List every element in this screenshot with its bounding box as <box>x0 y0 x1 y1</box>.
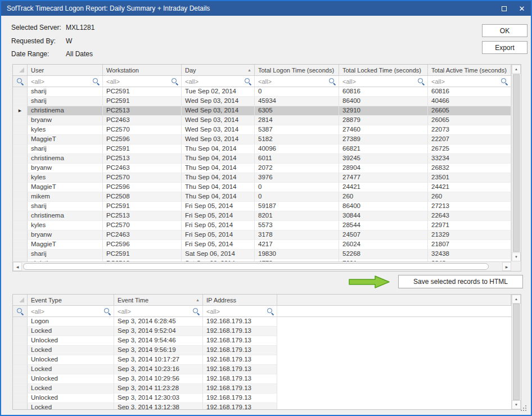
column-header-total-active[interactable]: Total Active Time (seconds) <box>428 65 511 76</box>
cell: 192.168.179.13 <box>203 317 277 327</box>
row-indicator <box>13 173 28 183</box>
column-header-total-locked[interactable]: Total Locked Time (seconds) <box>339 65 428 76</box>
cell: Sep 3, 2014 13:12:38 <box>114 403 203 409</box>
scroll-right-button[interactable]: ▶ <box>502 262 511 271</box>
cell: 6011 <box>255 154 339 164</box>
scroll-up-button[interactable]: ▲ <box>512 295 521 304</box>
table-row[interactable]: LockedSep 3, 2014 9:52:04192.168.179.13 <box>13 327 511 336</box>
column-header-day[interactable]: Day▲ <box>182 65 255 76</box>
corner-header-cell[interactable] <box>13 295 28 306</box>
cell: Thu Sep 04, 2014 <box>182 173 255 183</box>
column-header-ip-address[interactable]: IP Address <box>203 295 277 306</box>
scroll-left-button[interactable]: ◀ <box>13 262 22 271</box>
vertical-scrollbar[interactable]: ▲ ▼ <box>511 295 521 409</box>
sort-ascending-icon: ▲ <box>196 298 201 302</box>
cell: Locked <box>28 327 114 336</box>
cell: 60816 <box>339 87 428 97</box>
cell: 192.168.179.13 <box>203 384 277 394</box>
scroll-down-button[interactable]: ▼ <box>512 252 521 261</box>
column-header-user[interactable]: User <box>28 65 103 76</box>
scrollbar-thumb[interactable] <box>23 263 489 270</box>
green-callout-arrow-icon <box>349 275 390 289</box>
table-row[interactable]: bryanwPC2463Wed Sep 03, 2014281428879260… <box>13 116 511 125</box>
cell: Sep 3, 2014 9:52:04 <box>114 327 203 336</box>
cell: christinema <box>28 154 103 164</box>
table-row[interactable]: mikemPC2508Thu Sep 04, 20140260260 <box>13 192 511 202</box>
table-row[interactable]: bryanwPC2463Fri Sep 05, 2014317824507213… <box>13 230 511 240</box>
filter-day[interactable]: <all> <box>182 76 255 87</box>
cell: 192.168.179.13 <box>203 365 277 374</box>
table-row[interactable]: christinemaPC2513Thu Sep 04, 20146011392… <box>13 154 511 164</box>
search-icon <box>17 308 24 315</box>
table-row[interactable]: LockedSep 3, 2014 13:12:38192.168.179.13 <box>13 403 511 409</box>
filter-ip-address[interactable]: <all> <box>203 306 277 317</box>
table-row[interactable]: LockedSep 3, 2014 11:23:28192.168.179.13 <box>13 384 511 394</box>
scrollbar-thumb[interactable] <box>513 74 520 252</box>
table-row[interactable]: sharijPC2591Sat Sep 06, 2014198305226832… <box>13 250 511 259</box>
table-row[interactable]: kylesPC2570Thu Sep 04, 20143976274772350… <box>13 173 511 183</box>
close-button[interactable]: ✕ <box>513 1 531 16</box>
save-selected-records-button[interactable]: Save selected records to HTML <box>398 275 523 288</box>
table-row[interactable]: UnlockedSep 3, 2014 12:30:03192.168.179.… <box>13 394 511 403</box>
table-row[interactable]: MaggieTPC2596Fri Sep 05, 201442172602421… <box>13 240 511 250</box>
table-row[interactable]: sharijPC2591Wed Sep 03, 2014459348640040… <box>13 97 511 106</box>
resize-grip[interactable] <box>525 410 526 411</box>
vertical-scrollbar[interactable]: ▲ ▼ <box>511 65 521 261</box>
table-row[interactable]: MaggieTPC2596Wed Sep 03, 201451822738922… <box>13 135 511 144</box>
table-row[interactable]: ▶christinemaPC2513Wed Sep 03, 2014630532… <box>13 106 511 116</box>
table-row[interactable]: LogonSep 3, 2014 6:28:45192.168.179.13 <box>13 317 511 327</box>
cell: 260 <box>339 192 428 202</box>
table-row[interactable]: sharijPC2591Tue Sep 02, 201406081660816 <box>13 87 511 97</box>
column-header-event-time[interactable]: Event Time▲ <box>114 295 203 306</box>
cell: PC2591 <box>103 87 182 97</box>
table-row[interactable]: kylesPC2570Wed Sep 03, 20145387274602207… <box>13 125 511 135</box>
filter-selector-cell[interactable] <box>13 76 28 87</box>
table-row[interactable]: bryanwPC2463Thu Sep 04, 2014207228904268… <box>13 164 511 173</box>
row-indicator <box>13 355 28 365</box>
filter-event-time[interactable]: <all> <box>114 306 203 317</box>
table-row[interactable]: UnlockedSep 3, 2014 10:29:56192.168.179.… <box>13 374 511 384</box>
cell: Sep 3, 2014 6:28:45 <box>114 317 203 327</box>
scrollbar-corner <box>511 261 521 271</box>
cell: sharij <box>28 144 103 154</box>
cell: 21807 <box>428 240 511 250</box>
search-icon <box>245 78 251 85</box>
scroll-up-button[interactable]: ▲ <box>512 65 521 74</box>
filter-total-logon[interactable]: <all> <box>255 76 339 87</box>
table-row[interactable]: sharijPC2591Fri Sep 05, 2014591878640027… <box>13 202 511 211</box>
scrollbar-thumb[interactable] <box>513 304 520 400</box>
cell: 192.168.179.13 <box>203 327 277 336</box>
table-row[interactable]: LockedSep 3, 2014 9:56:19192.168.179.13 <box>13 346 511 355</box>
cell: PC2591 <box>103 144 182 154</box>
filter-selector-cell[interactable] <box>13 306 28 317</box>
cell: 66821 <box>339 144 428 154</box>
filter-total-active[interactable]: <all> <box>428 76 511 87</box>
table-row[interactable]: UnlockedSep 3, 2014 10:17:27192.168.179.… <box>13 355 511 365</box>
filter-workstation[interactable]: <all> <box>103 76 182 87</box>
corner-icon <box>19 297 24 302</box>
filter-user[interactable]: <all> <box>28 76 103 87</box>
cell: Unlocked <box>28 374 114 384</box>
cell: PC2591 <box>103 250 182 259</box>
date-range-label: Date Range: <box>11 50 49 58</box>
ok-button[interactable]: OK <box>482 24 528 37</box>
cell: Sat Sep 06, 2014 <box>182 250 255 259</box>
corner-header-cell[interactable] <box>13 65 28 76</box>
table-row[interactable]: LockedSep 3, 2014 10:23:16192.168.179.13 <box>13 365 511 374</box>
filter-total-locked[interactable]: <all> <box>339 76 428 87</box>
cell: 0 <box>255 183 339 192</box>
horizontal-scrollbar[interactable]: ◀ ▶ <box>13 261 511 271</box>
table-row[interactable]: christinemaPC2513Fri Sep 05, 20148201308… <box>13 211 511 221</box>
column-header-total-logon[interactable]: Total Logon Time (seconds) <box>255 65 339 76</box>
table-row[interactable]: kylesPC2570Fri Sep 05, 20145573285442297… <box>13 221 511 230</box>
scroll-down-button[interactable]: ▼ <box>512 400 521 409</box>
export-button[interactable]: Export <box>482 41 528 54</box>
filter-event-type[interactable]: <all> <box>28 306 114 317</box>
table-row[interactable]: MaggieTPC2596Thu Sep 04, 201402442124421 <box>13 183 511 192</box>
table-row[interactable]: UnlockedSep 3, 2014 9:54:46192.168.179.1… <box>13 336 511 346</box>
cell: 0 <box>255 192 339 202</box>
column-header-workstation[interactable]: Workstation <box>103 65 182 76</box>
table-row[interactable]: sharijPC2591Thu Sep 04, 2014400966682126… <box>13 144 511 154</box>
maximize-button[interactable] <box>495 1 513 16</box>
column-header-event-type[interactable]: Event Type <box>28 295 114 306</box>
